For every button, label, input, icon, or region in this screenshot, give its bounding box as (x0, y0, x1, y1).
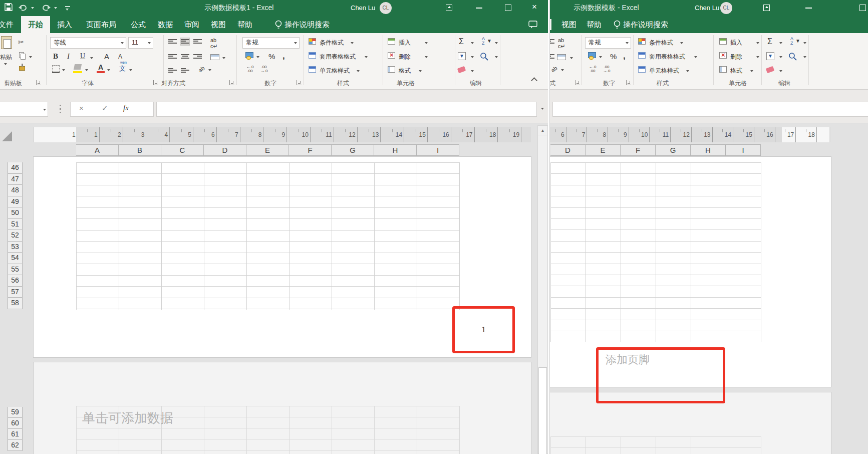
decrease-indent-icon[interactable] (168, 67, 177, 74)
user-name[interactable]: Chen Lu (351, 4, 375, 12)
decrease-decimal-icon[interactable]: .00→.0 (258, 65, 269, 73)
tab-view[interactable]: 视图 (559, 16, 579, 33)
tab-page-layout[interactable]: 页面布局 (79, 16, 123, 33)
horizontal-ruler[interactable]: 1 12345678910111213141516171819 (33, 127, 531, 142)
align-right-icon[interactable] (193, 53, 202, 60)
conditional-formatting-button[interactable]: 条件格式 (320, 39, 344, 47)
select-all-corner[interactable] (2, 131, 12, 141)
page-2[interactable]: 单击可添加数据 (34, 362, 531, 454)
column-header[interactable]: E (586, 144, 621, 156)
row-header[interactable]: 47 (8, 174, 23, 185)
borders-caret-icon[interactable] (62, 69, 65, 73)
clipboard-dialog-launcher-icon[interactable] (36, 80, 41, 85)
cell-grid[interactable] (76, 162, 460, 310)
column-header[interactable]: E (246, 144, 289, 156)
format-painter-icon[interactable] (19, 66, 25, 71)
number-format-combo[interactable]: 常规 (242, 37, 300, 49)
tab-help[interactable]: 帮助 (232, 16, 257, 33)
cancel-icon[interactable]: × (79, 104, 84, 112)
undo-icon[interactable] (18, 3, 28, 12)
tab-help[interactable]: 帮助 (584, 16, 604, 33)
increase-decimal-icon[interactable]: ←.0.00 (244, 65, 255, 73)
cell-styles-button[interactable]: 单元格样式 (320, 67, 350, 75)
sort-filter-icon[interactable]: AZ (482, 37, 485, 46)
bold-button[interactable]: B (53, 52, 58, 61)
formula-input[interactable] (156, 102, 537, 117)
undo-caret-icon[interactable] (31, 7, 34, 11)
italic-button[interactable]: I (67, 52, 70, 61)
font-size-combo[interactable]: 11 (128, 37, 153, 49)
phonetic-caret-icon[interactable] (129, 69, 132, 73)
tell-me-search[interactable]: 操作说明搜索 (623, 16, 678, 33)
footer-page-number[interactable]: 1 (481, 325, 486, 335)
autosum-button[interactable]: Σ (459, 37, 464, 46)
shrink-font-button[interactable]: A (118, 53, 122, 60)
save-icon[interactable] (4, 3, 13, 12)
row-header[interactable]: 59 (8, 407, 23, 418)
scroll-up-icon[interactable]: ▲ (538, 126, 547, 135)
close-button[interactable]: × (532, 2, 537, 12)
click-to-add-data-placeholder[interactable]: 单击可添加数据 (82, 409, 173, 427)
row-header[interactable]: 58 (8, 298, 23, 309)
align-top-icon[interactable] (168, 38, 177, 45)
column-header[interactable]: D (204, 144, 246, 156)
column-header[interactable]: D (550, 144, 586, 156)
fill-down-icon[interactable]: ▼ (766, 52, 774, 60)
wrap-text-icon[interactable]: abc↵ (210, 37, 218, 50)
paste-button[interactable]: 粘贴 (0, 53, 12, 62)
underline-button[interactable]: U (80, 52, 85, 60)
decrease-decimal-icon[interactable]: .00→.0 (601, 65, 612, 73)
column-header[interactable]: G (656, 144, 691, 156)
alignment-dialog-launcher-icon[interactable] (229, 80, 234, 85)
comma-style-button[interactable]: , (623, 51, 626, 61)
merge-caret-icon[interactable] (222, 57, 225, 61)
row-header[interactable]: 57 (8, 287, 23, 298)
insert-cells-button[interactable]: 插入 (730, 39, 742, 47)
avatar[interactable]: CL (720, 2, 732, 14)
minimize-button[interactable] (476, 5, 482, 9)
align-middle-icon[interactable] (181, 38, 189, 45)
phonetic-guide-button[interactable]: 文 (119, 64, 126, 73)
number-dialog-launcher-icon[interactable] (626, 80, 631, 85)
find-select-icon[interactable] (480, 52, 488, 61)
accounting-caret-icon[interactable] (256, 56, 259, 60)
row-header[interactable]: 52 (8, 230, 23, 242)
fill-color-caret-icon[interactable] (85, 69, 88, 73)
user-name[interactable]: Chen Lu (695, 4, 719, 12)
delete-cells-button[interactable]: 删除 (399, 53, 411, 61)
row-header[interactable]: 62 (8, 440, 23, 451)
align-left-icon[interactable] (168, 53, 177, 60)
wrap-text-icon[interactable]: abc↵ (558, 37, 565, 50)
increase-indent-icon[interactable] (181, 67, 189, 74)
tell-me-search[interactable]: 操作说明搜索 (284, 16, 340, 33)
cell-grid[interactable] (550, 436, 761, 454)
column-header[interactable]: C (161, 144, 204, 156)
row-header[interactable]: 48 (8, 185, 23, 196)
vertical-scrollbar[interactable]: ▲ (537, 125, 548, 454)
paste-caret-icon[interactable] (4, 63, 7, 67)
tab-view[interactable]: 视图 (206, 16, 231, 33)
horizontal-ruler[interactable]: 6789101112131415161718 (550, 127, 830, 142)
sort-filter-icon[interactable]: AZ (790, 37, 793, 46)
row-header[interactable]: 53 (8, 242, 23, 253)
row-header[interactable]: 54 (8, 253, 23, 264)
fill-color-icon[interactable] (74, 64, 82, 70)
ribbon-display-options-icon[interactable] (763, 5, 770, 11)
align-center-icon[interactable] (181, 53, 189, 60)
insert-cells-button[interactable]: 插入 (399, 39, 411, 47)
column-header[interactable]: F (289, 144, 332, 156)
orientation-caret-icon[interactable] (208, 69, 211, 73)
find-select-icon[interactable] (788, 52, 797, 61)
formula-bar-resize-handle[interactable] (60, 105, 61, 114)
comments-icon[interactable] (528, 21, 537, 29)
merge-center-icon[interactable] (557, 54, 566, 60)
tab-data[interactable]: 数据 (153, 16, 178, 33)
row-header[interactable]: 46 (8, 162, 23, 174)
cell-styles-button[interactable]: 单元格样式 (649, 67, 679, 75)
tab-file[interactable]: 文件 (0, 16, 19, 33)
avatar[interactable]: CL (380, 2, 392, 14)
column-header[interactable]: H (374, 144, 417, 156)
merge-center-icon[interactable] (210, 54, 219, 60)
insert-function-icon[interactable]: fx (123, 104, 129, 112)
format-as-table-button[interactable]: 套用表格格式 (320, 53, 356, 61)
